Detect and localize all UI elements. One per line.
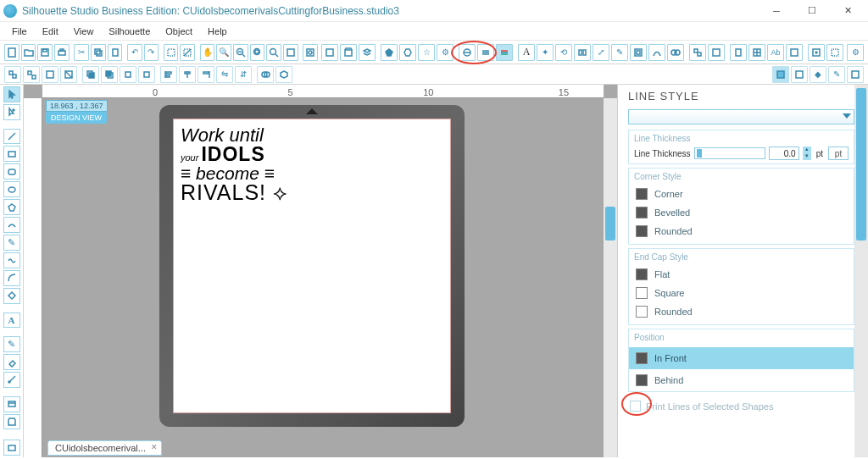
select-all-button[interactable] xyxy=(164,44,179,61)
cut-settings-button[interactable] xyxy=(826,44,843,61)
shape-hexagon-button[interactable] xyxy=(399,44,416,61)
redo-button[interactable]: ↷ xyxy=(144,44,159,61)
fill-pattern-button[interactable]: ◆ xyxy=(810,66,826,83)
freehand-tool[interactable]: ✎ xyxy=(3,235,20,251)
send-button[interactable] xyxy=(303,44,318,61)
copy-button[interactable] xyxy=(91,44,106,61)
thickness-input[interactable]: 0.0 xyxy=(769,147,799,160)
menu-silhouette[interactable]: Silhouette xyxy=(103,25,155,38)
smooth-tool[interactable] xyxy=(3,252,20,268)
line-style-button2[interactable] xyxy=(477,44,494,61)
zoom-in-button[interactable]: 🔍 xyxy=(216,44,231,61)
shape-pentagon-button[interactable] xyxy=(381,44,398,61)
group-button[interactable] xyxy=(4,66,21,83)
modify-button[interactable] xyxy=(667,44,684,61)
store-button[interactable] xyxy=(340,44,357,61)
save-button[interactable] xyxy=(37,44,53,61)
print-lines-checkbox[interactable] xyxy=(630,401,641,412)
align-center-button[interactable] xyxy=(179,66,196,83)
open-button[interactable] xyxy=(21,44,36,61)
arc-tool[interactable] xyxy=(3,270,20,286)
menu-edit[interactable]: Edit xyxy=(37,25,64,38)
line-style-panel-button[interactable] xyxy=(496,44,513,61)
undo-button[interactable]: ↶ xyxy=(127,44,142,61)
menu-file[interactable]: File xyxy=(7,25,32,38)
endcap-option-rounded[interactable]: Rounded xyxy=(634,302,849,321)
tab-close-icon[interactable]: ✕ xyxy=(151,443,158,451)
fit-page-button[interactable] xyxy=(283,44,298,61)
scale-button[interactable]: ⤢ xyxy=(593,44,609,61)
rectangle-tool[interactable] xyxy=(3,146,20,162)
document-tab[interactable]: CUidolsbecomerival...✕ xyxy=(47,440,162,456)
draw-note-tool[interactable]: ✎ xyxy=(3,336,20,352)
grid-button[interactable] xyxy=(748,44,765,61)
shape-star-button[interactable]: ☆ xyxy=(418,44,435,61)
layers-button[interactable] xyxy=(359,44,376,61)
print-lines-checkbox-row[interactable]: Print Lines of Selected Shapes xyxy=(628,395,854,417)
fill-gradient-button[interactable] xyxy=(791,66,808,83)
panel-scrollbar[interactable] xyxy=(854,85,868,457)
polygon-tool[interactable] xyxy=(3,199,20,215)
minimize-button[interactable]: ─ xyxy=(760,2,793,20)
offset-button[interactable] xyxy=(630,44,647,61)
endcap-option-square[interactable]: Square xyxy=(634,284,849,302)
cut-button[interactable]: ✂ xyxy=(74,44,89,61)
replicate-button[interactable] xyxy=(689,44,706,61)
trace-button[interactable] xyxy=(648,44,665,61)
order-front-button[interactable] xyxy=(82,66,99,83)
edit-points-tool[interactable] xyxy=(3,104,20,120)
order-backward-button[interactable] xyxy=(138,66,155,83)
menu-help[interactable]: Help xyxy=(203,25,232,38)
flip-v-button[interactable]: ⇵ xyxy=(235,66,252,83)
ungroup-button[interactable] xyxy=(23,66,40,83)
zoom-drag-button[interactable] xyxy=(266,44,281,61)
align-button[interactable] xyxy=(574,44,591,61)
compound-button[interactable] xyxy=(42,66,58,83)
zoom-selection-button[interactable] xyxy=(250,44,265,61)
page-button[interactable] xyxy=(730,44,747,61)
align-right-button[interactable] xyxy=(198,66,214,83)
line-style-dropdown[interactable] xyxy=(628,109,854,124)
line-color-button[interactable]: ✎ xyxy=(828,66,845,83)
maximize-button[interactable]: ☐ xyxy=(795,2,829,20)
knife-button[interactable]: ✎ xyxy=(611,44,628,61)
3d-button[interactable] xyxy=(275,66,292,83)
preferences-button[interactable]: ⚙ xyxy=(847,44,864,61)
canvas-area[interactable]: 0 5 10 15 18.963 , 12.367 DESIGN VIEW Wo… xyxy=(24,85,617,457)
registration-button[interactable]: Ab xyxy=(767,44,784,61)
order-back-button[interactable] xyxy=(101,66,118,83)
paste-button[interactable] xyxy=(108,44,123,61)
knife-tool[interactable] xyxy=(3,372,20,388)
thickness-spinner[interactable]: ▲▼ xyxy=(803,147,811,160)
corner-option-rounded[interactable]: Rounded xyxy=(634,222,849,241)
close-button[interactable]: ✕ xyxy=(831,2,865,20)
corner-option-corner[interactable]: Corner xyxy=(634,185,849,203)
extra1-button[interactable] xyxy=(786,44,803,61)
ellipse-tool[interactable] xyxy=(3,181,20,197)
release-button[interactable] xyxy=(60,66,77,83)
zoom-out-button[interactable] xyxy=(233,44,248,61)
line-tool[interactable] xyxy=(3,129,20,145)
polygon2-tool[interactable] xyxy=(3,288,20,304)
unit-button[interactable]: pt xyxy=(828,147,849,160)
store-tool[interactable] xyxy=(3,414,20,430)
align-left-button[interactable] xyxy=(160,66,177,83)
new-button[interactable] xyxy=(4,44,19,61)
order-forward-button[interactable] xyxy=(120,66,136,83)
text-tool[interactable]: A xyxy=(3,312,20,329)
weld-button[interactable] xyxy=(257,66,274,83)
library-tool[interactable] xyxy=(3,396,20,412)
endcap-option-flat[interactable]: Flat xyxy=(634,265,849,284)
position-option-behind[interactable]: Behind xyxy=(629,369,854,391)
print-button[interactable] xyxy=(54,44,70,61)
select-tool[interactable] xyxy=(3,86,20,102)
artwork-text[interactable]: Work until your IDOLS ≡ become ≡ RIVALS!… xyxy=(181,126,288,203)
rotate-button[interactable]: ⟲ xyxy=(555,44,572,61)
deselect-button[interactable] xyxy=(180,44,195,61)
thickness-slider[interactable] xyxy=(694,147,765,159)
transform-button[interactable]: ✦ xyxy=(537,44,554,61)
library-button[interactable] xyxy=(321,44,338,61)
pan-button[interactable]: ✋ xyxy=(200,44,215,61)
text-button[interactable]: A xyxy=(518,44,535,61)
rounded-rect-tool[interactable] xyxy=(3,163,20,180)
